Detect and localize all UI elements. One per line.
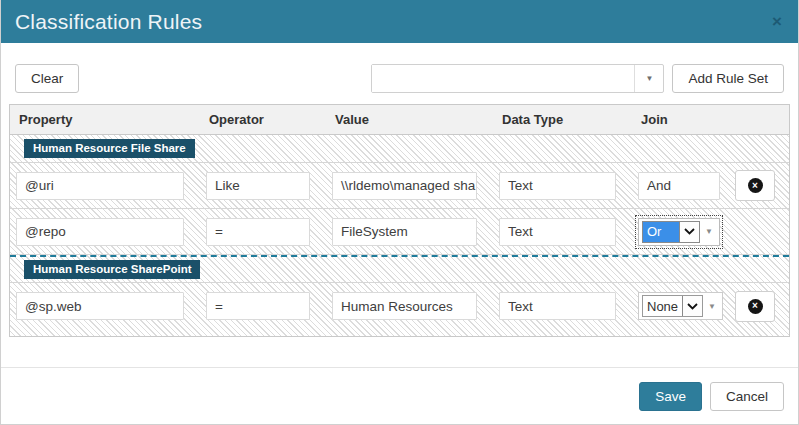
circle-x-icon: × bbox=[748, 299, 763, 314]
column-header-join: Join bbox=[632, 112, 729, 127]
table-row: @uri Like \\rldemo\managed sha... Text A… bbox=[10, 163, 789, 209]
dialog-titlebar: Classification Rules × bbox=[1, 0, 798, 43]
join-field[interactable]: And bbox=[638, 172, 720, 200]
cancel-button[interactable]: Cancel bbox=[710, 382, 784, 411]
dropdown-arrow-icon[interactable]: ▼ bbox=[702, 227, 716, 236]
property-field[interactable]: @uri bbox=[16, 172, 184, 200]
join-native-select[interactable]: Or bbox=[642, 221, 700, 243]
operator-field[interactable]: = bbox=[206, 292, 310, 320]
save-button[interactable]: Save bbox=[639, 382, 702, 411]
table-row: @repo = FileSystem Text Or ▼ bbox=[10, 209, 789, 255]
delete-rule-button[interactable]: × bbox=[735, 170, 775, 201]
group-header-sharepoint: Human Resource SharePoint bbox=[10, 255, 789, 283]
operator-field[interactable]: = bbox=[206, 218, 310, 246]
join-selected-value: Or bbox=[643, 222, 679, 242]
group-header-file-share: Human Resource File Share bbox=[10, 135, 789, 163]
dropdown-arrow-icon[interactable]: ▼ bbox=[705, 302, 719, 311]
delete-rule-button[interactable]: × bbox=[735, 291, 775, 322]
close-icon[interactable]: × bbox=[768, 11, 786, 32]
chevron-down-icon[interactable] bbox=[682, 296, 702, 316]
column-header-property: Property bbox=[10, 112, 200, 127]
group-badge: Human Resource SharePoint bbox=[24, 260, 200, 279]
value-field[interactable]: \\rldemo\managed sha... bbox=[332, 172, 477, 200]
property-field[interactable]: @sp.web bbox=[16, 292, 184, 320]
rules-table: Property Operator Value Data Type Join H… bbox=[9, 104, 790, 337]
table-body: Human Resource File Share @uri Like \\rl… bbox=[10, 135, 789, 336]
join-selected-value: None bbox=[643, 296, 682, 316]
property-field[interactable]: @repo bbox=[16, 218, 184, 246]
column-header-data-type: Data Type bbox=[493, 112, 632, 127]
classification-rules-dialog: Classification Rules × Clear ▼ Add Rule … bbox=[0, 0, 799, 425]
circle-x-icon: × bbox=[748, 178, 763, 193]
ruleset-combobox[interactable]: ▼ bbox=[371, 64, 664, 93]
ruleset-combobox-input[interactable] bbox=[372, 65, 634, 92]
dialog-footer: Save Cancel bbox=[1, 367, 798, 424]
chevron-down-icon[interactable]: ▼ bbox=[634, 65, 663, 92]
join-select[interactable]: None ▼ bbox=[638, 292, 723, 320]
chevron-down-icon[interactable] bbox=[679, 222, 699, 242]
clear-button[interactable]: Clear bbox=[15, 64, 79, 93]
value-field[interactable]: Human Resources bbox=[332, 292, 477, 320]
table-header-row: Property Operator Value Data Type Join bbox=[10, 105, 789, 135]
data-type-field[interactable]: Text bbox=[499, 292, 616, 320]
table-row: @sp.web = Human Resources Text None ▼ bbox=[10, 283, 789, 329]
group-badge: Human Resource File Share bbox=[24, 139, 195, 158]
column-header-operator: Operator bbox=[200, 112, 326, 127]
join-native-select[interactable]: None bbox=[642, 295, 703, 317]
operator-field[interactable]: Like bbox=[206, 172, 310, 200]
value-field[interactable]: FileSystem bbox=[332, 218, 477, 246]
column-header-value: Value bbox=[326, 112, 493, 127]
toolbar: Clear ▼ Add Rule Set bbox=[15, 64, 784, 93]
data-type-field[interactable]: Text bbox=[499, 218, 616, 246]
dialog-title: Classification Rules bbox=[15, 10, 202, 34]
join-select[interactable]: Or ▼ bbox=[638, 218, 720, 246]
add-rule-set-button[interactable]: Add Rule Set bbox=[672, 64, 784, 93]
data-type-field[interactable]: Text bbox=[499, 172, 616, 200]
